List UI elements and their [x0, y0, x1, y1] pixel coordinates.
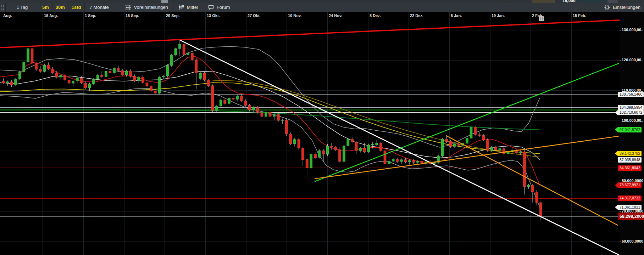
- price-tick-label: 120.000,00..: [622, 58, 643, 62]
- candle: [170, 55, 173, 66]
- price-badge-red[interactable]: 84.361,8042: [618, 165, 642, 171]
- candle: [478, 135, 481, 136]
- date-tick-label: 27 Okt.: [248, 13, 261, 18]
- candle: [371, 144, 374, 145]
- candle: [421, 161, 423, 163]
- presets-button[interactable]: Voreinstellungen: [120, 3, 173, 12]
- candle: [129, 71, 132, 76]
- candle: [224, 100, 226, 103]
- interval-button[interactable]: 1 Tag: [6, 3, 39, 12]
- candle: [232, 98, 234, 99]
- candle: [466, 138, 468, 143]
- candle: [503, 148, 505, 154]
- mittel-label: Mittel: [187, 5, 198, 10]
- candle: [183, 44, 185, 55]
- candle: [88, 84, 91, 88]
- toolbar-grip-icon[interactable]: [0, 3, 6, 12]
- settings-button[interactable]: Einstellungen: [599, 3, 644, 12]
- timeframe-1std-button[interactable]: 1std: [68, 3, 85, 12]
- candle: [293, 140, 296, 144]
- teal-panel: [579, 0, 606, 3]
- candle: [298, 140, 300, 148]
- candle: [220, 100, 222, 106]
- candle: [27, 49, 29, 62]
- candle: [84, 83, 87, 88]
- candle: [51, 69, 54, 73]
- timeframe-5m-button[interactable]: 5m: [39, 3, 52, 12]
- price-tick-mark: [620, 91, 621, 91]
- candle: [318, 151, 321, 157]
- candle: [285, 120, 288, 134]
- candle: [417, 161, 419, 162]
- candle: [454, 144, 456, 146]
- badge-value: 89.142,3782: [618, 151, 642, 156]
- badge-pointer: [615, 127, 618, 132]
- settings-label: Einstellungen: [613, 5, 640, 10]
- candle: [527, 185, 530, 187]
- badge-pointer: [615, 183, 618, 188]
- price-badge-white: 102.710,6072: [615, 110, 644, 115]
- tf-1std-label: 1std: [72, 5, 81, 10]
- top-cutoff-strip: 7.661,56 15,000: [0, 0, 644, 3]
- sliders-icon: [125, 5, 131, 10]
- candle: [162, 76, 165, 77]
- candle: [314, 154, 316, 158]
- chart-toolbar: 1 Tag 5m 30m 1std 7 Monate Voreinstellun…: [0, 3, 644, 12]
- candlestick-icon: [178, 5, 184, 10]
- candle: [211, 86, 214, 110]
- chart-region: Aug.18 Aug.1 Sep.15 Sep.29 Sep.13 Okt.27…: [0, 12, 644, 255]
- candle: [339, 150, 341, 162]
- scroll-piece: [161, 0, 168, 3]
- candle: [80, 78, 83, 83]
- candle: [105, 71, 107, 76]
- date-tick-label: 19 Jan.: [492, 13, 505, 18]
- forum-button[interactable]: Forum: [203, 3, 235, 12]
- mittel-button[interactable]: Mittel: [173, 3, 203, 12]
- candle: [388, 161, 390, 164]
- tf-30m-label: 30m: [56, 5, 65, 10]
- candle: [43, 65, 46, 72]
- candle: [359, 148, 362, 151]
- price-tick-mark: [620, 60, 621, 61]
- candle: [474, 127, 477, 135]
- candle: [408, 160, 411, 162]
- timeframe-30m-button[interactable]: 30m: [52, 3, 68, 12]
- gear-icon: [604, 5, 610, 10]
- candle: [158, 77, 161, 93]
- trendline-resistance-red: [0, 20, 619, 48]
- candle: [252, 107, 255, 110]
- price-badge-white: 108.756,1460: [618, 92, 644, 97]
- candle: [306, 159, 308, 168]
- candle: [396, 159, 399, 162]
- candle: [76, 78, 78, 81]
- candle: [39, 69, 41, 72]
- price-badge-red[interactable]: 74.317,0732: [618, 196, 642, 201]
- candle: [248, 105, 251, 110]
- candle: [519, 152, 522, 153]
- overlay-boll-upper: [0, 46, 540, 147]
- speech-bubble-icon: [208, 5, 214, 10]
- candle: [31, 49, 33, 63]
- candle: [265, 112, 267, 117]
- candle: [146, 83, 148, 86]
- interval-label: 1 Tag: [17, 5, 28, 10]
- chart-drag-handle[interactable]: [539, 16, 544, 21]
- candle: [166, 66, 169, 76]
- badge-value: 102.710,6072: [618, 110, 644, 115]
- candle: [199, 73, 201, 78]
- candle: [55, 73, 58, 77]
- candle: [154, 91, 156, 93]
- price-badge-red[interactable]: 78.677,9921: [615, 182, 642, 188]
- chart-canvas[interactable]: [0, 12, 620, 255]
- badge-value: 108.756,1460: [618, 92, 644, 97]
- overlay-ma-gold: [213, 80, 540, 157]
- candle: [261, 113, 263, 117]
- grip-dots-icon: [1, 5, 4, 10]
- candle: [174, 49, 177, 55]
- candle: [499, 148, 501, 149]
- range-button[interactable]: 7 Monate: [85, 3, 120, 12]
- price-tick-mark: [620, 211, 621, 212]
- candle: [96, 75, 99, 79]
- candle: [216, 106, 218, 110]
- candle: [535, 192, 538, 203]
